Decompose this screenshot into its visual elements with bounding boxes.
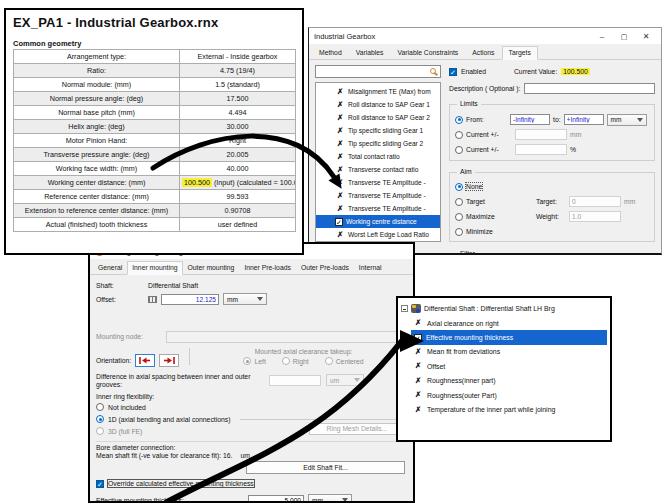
tab-inner-preloads[interactable]: Inner Pre-loads <box>239 261 295 275</box>
current-mm-radio[interactable] <box>455 131 463 139</box>
row-value: 1.5 (standard) <box>180 78 296 92</box>
bore-label: Bore diameter connection: <box>96 441 407 451</box>
override-checkbox[interactable] <box>96 480 104 488</box>
x-icon <box>337 140 345 148</box>
checked-checkbox-icon[interactable] <box>414 334 422 342</box>
edit-shaft-fit-button[interactable]: Edit Shaft Fit... <box>246 461 405 474</box>
mounting-node-select[interactable] <box>166 331 407 343</box>
orientation-left-button[interactable] <box>135 354 155 367</box>
current-value-label: Current Value: <box>514 68 557 75</box>
offset-unit-select[interactable]: mm <box>223 293 267 305</box>
x-icon <box>415 319 423 327</box>
targets-dialog: Industrial Gearbox Method Variables Vari… <box>308 27 662 255</box>
tab-general[interactable]: General <box>93 261 127 275</box>
difference-unit-select[interactable]: um <box>326 374 364 386</box>
close-icon[interactable] <box>635 32 657 41</box>
filter-group-label: Filter <box>457 250 478 255</box>
aim-maximize-radio[interactable] <box>455 213 463 221</box>
weight-input[interactable] <box>569 211 621 222</box>
thickness-unit-select[interactable]: mm <box>308 494 352 503</box>
target-input[interactable] <box>569 196 621 207</box>
row-label: Arrangement type: <box>14 50 180 64</box>
current-pct-radio[interactable] <box>455 146 463 154</box>
target-item[interactable]: Total contact ratio <box>316 150 440 163</box>
aim-target-label: Target <box>466 198 485 205</box>
target-item[interactable]: Transverse TE Amplitude - <box>316 176 440 189</box>
orientation-right-button[interactable] <box>159 354 179 367</box>
search-input[interactable] <box>317 67 427 76</box>
ring-mesh-details-button[interactable]: Ring Mesh Details... <box>309 423 405 435</box>
bearing-target-item[interactable]: Temperature of the inner part while join… <box>401 402 607 416</box>
target-item[interactable]: Roll distance to SAP Gear 2 <box>316 111 440 124</box>
thickness-input[interactable] <box>248 495 304 503</box>
aim-group: Aim None Target Target: mm Maximize Weig… <box>449 172 655 242</box>
limits-unit-select[interactable]: mm <box>607 114 647 126</box>
tab-outer-mounting[interactable]: Outer mounting <box>183 261 240 275</box>
current-mm-unit: mm <box>570 131 581 138</box>
bearing-target-item[interactable]: Roughness(inner part) <box>401 374 607 388</box>
current-mm-input[interactable] <box>515 129 567 140</box>
bearing-target-item[interactable]: Offset <box>401 359 607 373</box>
thickness-label: Effective mounting thickness: <box>96 497 244 503</box>
difference-input[interactable] <box>269 375 321 386</box>
target-item[interactable]: Transverse TE Amplitude - <box>316 202 440 215</box>
collapse-icon[interactable] <box>401 305 408 312</box>
divider <box>240 419 407 420</box>
aim-target-radio[interactable] <box>455 198 463 206</box>
target-item[interactable]: Transverse TE Amplitude - <box>316 189 440 202</box>
tab-inner-mounting[interactable]: Inner mounting <box>127 261 182 275</box>
bearing-tree-header[interactable]: Differential Shaft : Differential Shaft … <box>401 301 607 316</box>
enabled-checkbox[interactable] <box>449 68 457 76</box>
minimize-icon[interactable] <box>591 32 613 41</box>
target-item[interactable]: Worst Left Edge Load Ratio <box>316 228 440 241</box>
table-row: Normal base pitch (mm)4.494 <box>14 106 296 120</box>
aim-minimize-radio[interactable] <box>455 228 463 236</box>
takeup-left-radio[interactable] <box>243 357 251 365</box>
bearing-target-item[interactable]: Mean fit from deviations <box>401 345 607 359</box>
tab-targets[interactable]: Targets <box>502 46 538 60</box>
tab-method[interactable]: Method <box>312 46 349 60</box>
bearing-target-item[interactable]: Axial clearance on right <box>401 316 607 330</box>
report-panel: EX_PA1 - Industrial Gearbox.rnx Common g… <box>4 8 304 255</box>
flex-not-included-radio[interactable] <box>96 403 104 411</box>
description-input[interactable] <box>524 83 655 94</box>
row-label: Helix angle: (deg) <box>14 120 180 134</box>
tab-outer-preloads[interactable]: Outer Pre-loads <box>296 261 354 275</box>
target-item-working-centre-distance[interactable]: Working centre distance <box>316 215 440 228</box>
targets-dialog-titlebar[interactable]: Industrial Gearbox <box>309 28 661 44</box>
ruler-icon[interactable] <box>148 296 157 303</box>
table-row: Motor Pinion Hand:Right <box>14 134 296 148</box>
current-pct-input[interactable] <box>515 144 567 155</box>
bearing-target-label: Effective mounting thickness <box>426 334 513 341</box>
to-input[interactable] <box>564 114 604 125</box>
takeup-right-radio[interactable] <box>282 357 290 365</box>
target-item[interactable]: Tip specific sliding Gear 2 <box>316 137 440 150</box>
aim-none-radio[interactable] <box>455 183 463 191</box>
unit-value: mm <box>611 116 622 123</box>
chevron-down-icon <box>637 118 643 122</box>
takeup-centered-radio[interactable] <box>325 357 333 365</box>
offset-input[interactable] <box>161 294 219 305</box>
flex-1d-radio[interactable] <box>96 415 104 423</box>
bearing-targets-panel: Differential Shaft : Differential Shaft … <box>396 296 612 442</box>
target-item[interactable]: Transverse contact ratio <box>316 163 440 176</box>
row-value: user defined <box>180 218 296 232</box>
from-input[interactable] <box>510 114 550 125</box>
bearing-dialog-body: Shaft: Differential Shaft Offset: mm Mou… <box>90 275 413 503</box>
bearing-target-item-effective-mounting-thickness[interactable]: Effective mounting thickness <box>411 330 607 344</box>
bearing-target-item[interactable]: Roughness(outer Part) <box>401 388 607 402</box>
target-item[interactable]: Roll distance to SAP Gear 1 <box>316 98 440 111</box>
row-value: 99.593 <box>180 190 296 204</box>
checked-checkbox-icon[interactable] <box>335 218 343 226</box>
target-search-box[interactable] <box>315 65 441 78</box>
tab-internal[interactable]: Internal <box>354 261 387 275</box>
target-item[interactable]: Tip specific sliding Gear 1 <box>316 124 440 137</box>
maximize-icon[interactable] <box>613 32 635 41</box>
tab-variables[interactable]: Variables <box>349 46 391 60</box>
tab-actions[interactable]: Actions <box>465 46 501 60</box>
bearing-target-label: Mean fit from deviations <box>427 348 500 355</box>
flex-3d-radio[interactable] <box>96 427 104 435</box>
tab-variable-constraints[interactable]: Variable Constraints <box>391 46 466 60</box>
from-radio[interactable] <box>455 116 463 124</box>
target-item[interactable]: Misalignment TE (Max) from <box>316 85 440 98</box>
